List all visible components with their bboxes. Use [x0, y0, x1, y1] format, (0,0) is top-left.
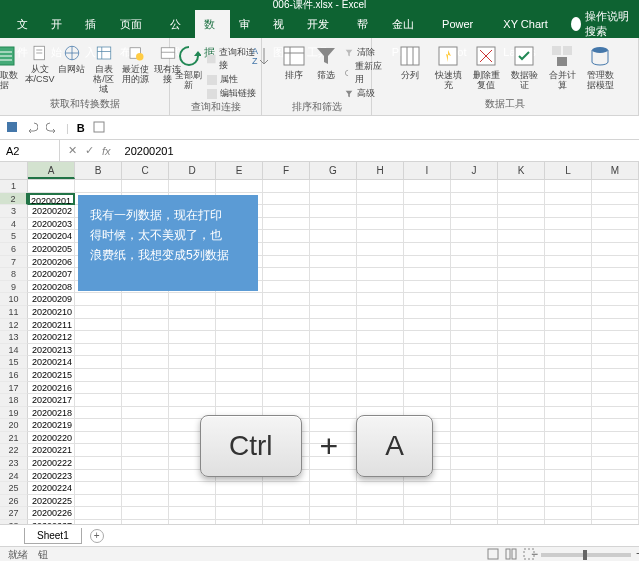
cell[interactable] [545, 507, 592, 520]
cell[interactable] [592, 193, 639, 206]
cell[interactable] [357, 180, 404, 193]
cell[interactable] [357, 331, 404, 344]
cell[interactable] [404, 344, 451, 357]
cell[interactable] [404, 306, 451, 319]
tab-layout[interactable]: 页面布局 [111, 10, 161, 38]
col-header-B[interactable]: B [75, 162, 122, 179]
cell[interactable] [357, 281, 404, 294]
cell[interactable]: 20200217 [28, 394, 75, 407]
cell[interactable]: 20200214 [28, 356, 75, 369]
cell[interactable] [451, 507, 498, 520]
row-header[interactable]: 6 [0, 243, 28, 256]
cell[interactable] [498, 256, 545, 269]
row-header[interactable]: 24 [0, 470, 28, 483]
cell[interactable] [592, 256, 639, 269]
cell[interactable] [498, 432, 545, 445]
data-model-button[interactable]: 管理数据模型 [583, 44, 617, 90]
text-to-columns-button[interactable]: 分列 [393, 44, 427, 90]
cell[interactable] [75, 180, 122, 193]
cell[interactable] [122, 382, 169, 395]
cell[interactable] [75, 507, 122, 520]
col-header-I[interactable]: I [404, 162, 451, 179]
cell[interactable] [357, 306, 404, 319]
name-box[interactable]: A2 [0, 140, 60, 161]
tab-review[interactable]: 审阅 [230, 10, 264, 38]
cell[interactable] [263, 256, 310, 269]
row-header[interactable]: 23 [0, 457, 28, 470]
cell[interactable]: 20200202 [28, 205, 75, 218]
cell[interactable] [404, 482, 451, 495]
bold-button[interactable]: B [77, 122, 85, 134]
row-header[interactable]: 15 [0, 356, 28, 369]
cell[interactable] [122, 444, 169, 457]
row-header[interactable]: 8 [0, 268, 28, 281]
sort-button[interactable]: 排序 [280, 44, 308, 100]
recent-sources-button[interactable]: 最近使用的源 [122, 44, 150, 94]
cell[interactable] [263, 230, 310, 243]
cell[interactable] [498, 470, 545, 483]
cell[interactable] [545, 482, 592, 495]
cell[interactable] [310, 507, 357, 520]
cell[interactable] [592, 293, 639, 306]
data-validation-button[interactable]: 数据验证 [507, 44, 541, 90]
cell[interactable] [592, 369, 639, 382]
cell[interactable]: 20200220 [28, 432, 75, 445]
cell[interactable] [310, 293, 357, 306]
row-header[interactable]: 18 [0, 394, 28, 407]
cell[interactable] [216, 180, 263, 193]
cell[interactable] [310, 369, 357, 382]
cell[interactable] [169, 331, 216, 344]
cell[interactable] [263, 369, 310, 382]
cell[interactable] [404, 520, 451, 524]
accept-icon[interactable]: ✓ [85, 144, 94, 157]
cell[interactable] [498, 218, 545, 231]
cell[interactable] [357, 369, 404, 382]
cell[interactable] [216, 344, 263, 357]
tab-dev[interactable]: 开发工具 [298, 10, 348, 38]
cell[interactable] [310, 382, 357, 395]
cell[interactable] [310, 306, 357, 319]
add-sheet-button[interactable]: + [90, 529, 104, 543]
cell[interactable] [75, 344, 122, 357]
cell[interactable] [498, 319, 545, 332]
row-header[interactable]: 11 [0, 306, 28, 319]
cell[interactable] [451, 331, 498, 344]
cell[interactable] [404, 382, 451, 395]
cell[interactable] [545, 407, 592, 420]
cell[interactable] [592, 306, 639, 319]
cell[interactable] [592, 482, 639, 495]
cell[interactable] [404, 218, 451, 231]
cell[interactable] [404, 256, 451, 269]
cell[interactable] [498, 444, 545, 457]
row-header[interactable]: 20 [0, 419, 28, 432]
cell[interactable] [75, 331, 122, 344]
cell[interactable] [263, 382, 310, 395]
cell[interactable] [592, 407, 639, 420]
cell[interactable] [592, 230, 639, 243]
cell[interactable] [498, 394, 545, 407]
cell[interactable] [357, 256, 404, 269]
cell[interactable] [357, 230, 404, 243]
cell[interactable] [545, 205, 592, 218]
cell[interactable]: 20200213 [28, 344, 75, 357]
cell[interactable] [451, 419, 498, 432]
cell[interactable] [498, 457, 545, 470]
cell[interactable] [592, 470, 639, 483]
cell[interactable] [451, 470, 498, 483]
cell[interactable] [357, 495, 404, 508]
cell[interactable] [545, 470, 592, 483]
cell[interactable] [451, 256, 498, 269]
row-header[interactable]: 14 [0, 344, 28, 357]
cell[interactable] [592, 281, 639, 294]
cell[interactable] [216, 482, 263, 495]
cell[interactable] [498, 369, 545, 382]
col-header-C[interactable]: C [122, 162, 169, 179]
cell[interactable] [404, 281, 451, 294]
cell[interactable] [216, 507, 263, 520]
col-header-H[interactable]: H [357, 162, 404, 179]
cell[interactable] [216, 369, 263, 382]
cancel-icon[interactable]: ✕ [68, 144, 77, 157]
cell[interactable] [592, 457, 639, 470]
cell[interactable] [357, 243, 404, 256]
cell[interactable] [451, 432, 498, 445]
